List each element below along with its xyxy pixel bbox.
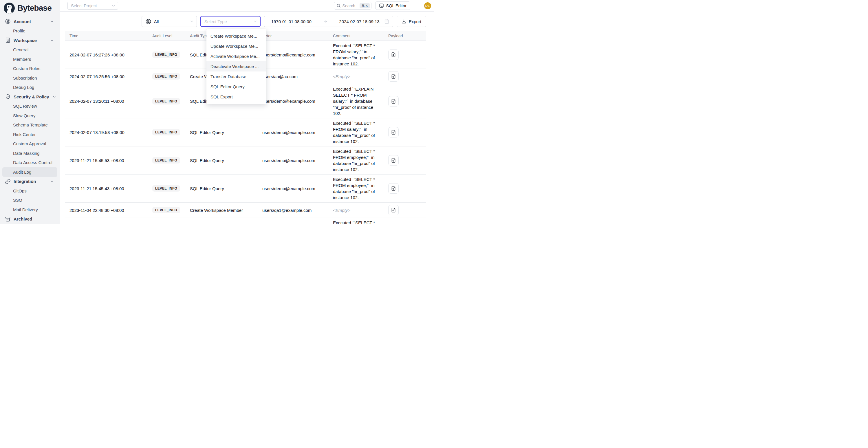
audit-level-badge: LEVEL_INFO [152,52,180,58]
type-menu-item-update-workspace-me[interactable]: Update Workspace Me... [207,41,267,51]
search-input[interactable]: Search ⌘ K [334,2,371,9]
sidebar-item-label: Audit Log [13,169,31,174]
file-search-icon [391,99,396,104]
chevron-down-icon [253,20,257,24]
sidebar-item-label: Profile [13,28,26,33]
sidebar-item-slow-query[interactable]: Slow Query [2,111,57,120]
chevron-down-icon [52,95,57,99]
file-search-icon [391,158,396,163]
export-button[interactable]: Export [397,16,426,27]
cell-actor: users/demo@example.com [258,53,328,57]
sidebar-item-general[interactable]: General [2,45,57,55]
date-to-input[interactable]: 2024-02-07 18:09:13 [339,19,379,24]
sidebar-item-security-policy[interactable]: Security & Policy [2,92,57,102]
file-search-icon [391,186,396,191]
cell-audit-level: LEVEL_INFO [148,73,185,79]
sidebar-item-members[interactable]: Members [2,55,57,64]
sql-editor-button[interactable]: SQL Editor [375,1,410,10]
payload-view-button[interactable] [388,155,399,165]
file-search-icon [391,130,396,135]
sidebar-item-data-masking[interactable]: Data Masking [2,149,57,158]
cell-time: 2023-11-21 15:45:53 +08:00 [65,158,148,163]
type-menu-item-deactivate-workspace[interactable]: Deactivate Workspace ... [207,61,267,71]
link-icon [5,179,11,184]
cell-audit-level: LEVEL_INFO [148,185,185,192]
sidebar-item-profile[interactable]: Profile [2,26,57,36]
shield-check-icon [5,94,11,100]
payload-view-button[interactable] [388,205,399,215]
column-header-audit-level: Audit Level [148,34,185,38]
sidebar-item-custom-approval[interactable]: Custom Approval [2,139,57,149]
calendar-icon [384,19,390,24]
sidebar-item-custom-roles[interactable]: Custom Roles [2,64,57,73]
date-range-arrow [312,19,339,24]
cell-payload [383,96,426,106]
sidebar-item-schema-template[interactable]: Schema Template [2,120,57,130]
sidebar-item-label: Slow Query [13,113,36,118]
sidebar-item-label: Subscription [13,75,37,81]
cell-comment: Executed `"EXPLAIN SELECT * FROM salary;… [328,84,383,118]
sidebar-item-account[interactable]: Account [2,17,57,26]
type-menu-item-create-workspace-me[interactable]: Create Workspace Me... [207,31,267,41]
cell-comment: Executed `"SELECT * FROM salary;"` in da… [328,118,383,146]
type-menu-item-sql-editor-query[interactable]: SQL Editor Query [207,82,267,92]
payload-view-button[interactable] [388,183,399,194]
sidebar-item-debug-log[interactable]: Debug Log [2,83,57,92]
avatar[interactable]: DE [424,2,431,9]
payload-view-button[interactable] [388,96,399,106]
sidebar-item-gitops[interactable]: GitOps [2,186,57,196]
sidebar-item-integration[interactable]: Integration [2,177,57,186]
arrow-right-icon [323,19,328,24]
file-search-icon [391,207,396,213]
user-circle-icon [145,19,151,25]
type-menu-item-activate-workspace-me[interactable]: Activate Workspace Me... [207,51,267,61]
sidebar-item-label: Debug Log [13,85,34,90]
sidebar-item-subscription[interactable]: Subscription [2,73,57,83]
project-select[interactable]: Select Project [67,2,118,9]
search-icon [336,3,341,8]
cell-actor: users/qa1@example.com [258,208,328,213]
date-from-input[interactable]: 1970-01-01 08:00:00 [271,19,312,24]
audit-level-badge: LEVEL_INFO [152,157,180,163]
settings-gear-icon[interactable] [414,3,421,9]
sidebar-item-mail-delivery[interactable]: Mail Delivery [2,205,57,215]
sidebar-item-sql-review[interactable]: SQL Review [2,102,57,111]
sidebar-item-label: SSO [13,198,22,202]
cell-comment: Executed `"SELECT * FROM department;"` i… [328,218,383,224]
sidebar-item-audit-log[interactable]: Audit Log [2,167,57,177]
audit-level-badge: LEVEL_INFO [152,129,180,135]
cell-actor: users/demo@example.com [258,130,328,135]
payload-view-button[interactable] [388,50,399,60]
download-icon [402,19,406,24]
cell-audit-level: LEVEL_INFO [148,52,185,58]
cell-comment: <Empty> [328,205,383,215]
payload-view-button[interactable] [388,127,399,137]
payload-view-button[interactable] [388,71,399,82]
cell-actor: users/demo@example.com [258,186,328,191]
cell-comment: Executed `"SELECT * FROM salary;"` in da… [328,41,383,69]
bytebase-logo[interactable]: Bytebase [0,0,60,15]
cell-payload [383,183,426,194]
type-menu-item-sql-export[interactable]: SQL Export [207,92,267,102]
sidebar-item-workspace[interactable]: Workspace [2,36,57,45]
cell-audit-type: SQL Editor Query [185,158,258,163]
cell-payload [383,127,426,137]
cell-audit-level: LEVEL_INFO [148,129,185,135]
chevron-down-icon [190,20,194,24]
terminal-icon [379,3,384,8]
sidebar-item-label: Custom Approval [13,141,46,146]
bytebase-wordmark: Bytebase [18,3,52,13]
bytebase-logo-icon [4,3,15,13]
sidebar-item-sso[interactable]: SSO [2,196,57,205]
actor-filter-select[interactable]: All [142,16,197,27]
cell-payload [383,71,426,82]
date-range-picker: 1970-01-01 08:00:00 2024-02-07 18:09:13 [264,16,393,27]
sidebar-item-risk-center[interactable]: Risk Center [2,130,57,139]
sidebar-item-data-access-control[interactable]: Data Access Control [2,158,57,167]
sidebar-item-archived[interactable]: Archived [2,215,57,224]
type-filter-select[interactable]: Select Type [200,16,260,27]
table-row: 2023-11-04 22:48:30 +08:00LEVEL_INFOCrea… [65,202,426,218]
type-filter-placeholder: Select Type [205,19,227,24]
search-placeholder: Search [342,3,355,8]
type-menu-item-transfer-database[interactable]: Transfer Database [207,71,267,82]
